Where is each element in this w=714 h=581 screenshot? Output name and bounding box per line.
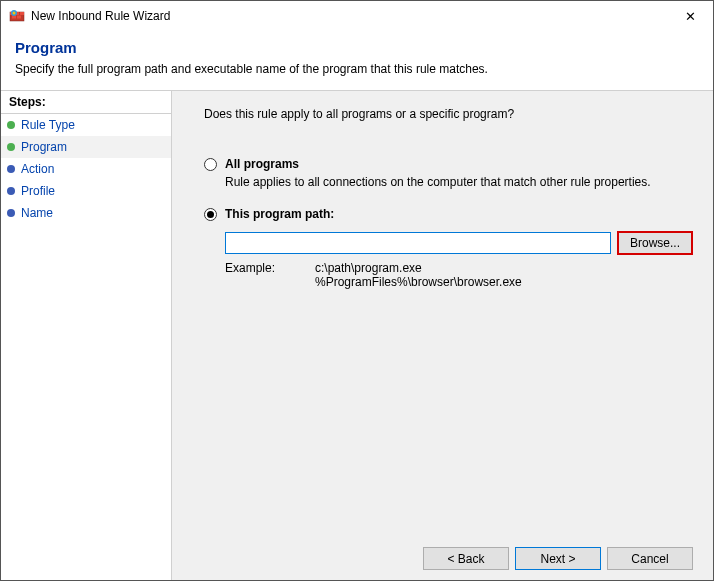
close-icon: ✕ bbox=[685, 9, 696, 24]
titlebar: New Inbound Rule Wizard ✕ bbox=[1, 1, 713, 31]
page-subtitle: Specify the full program path and execut… bbox=[15, 62, 699, 76]
radio-icon bbox=[204, 208, 217, 221]
page-title: Program bbox=[15, 39, 699, 56]
svg-point-8 bbox=[13, 12, 16, 15]
step-label: Action bbox=[21, 162, 54, 176]
wizard-body: Steps: Rule TypeProgramActionProfileName… bbox=[1, 91, 713, 580]
step-action[interactable]: Action bbox=[1, 158, 171, 180]
step-label: Program bbox=[21, 140, 67, 154]
option-all-title: All programs bbox=[225, 157, 299, 171]
cancel-button[interactable]: Cancel bbox=[607, 547, 693, 570]
step-rule-type[interactable]: Rule Type bbox=[1, 114, 171, 136]
step-label: Profile bbox=[21, 184, 55, 198]
browse-button[interactable]: Browse... bbox=[617, 231, 693, 255]
example-row: Example: c:\path\program.exe %ProgramFil… bbox=[225, 261, 693, 289]
svg-rect-4 bbox=[20, 12, 24, 15]
program-path-row: Browse... bbox=[225, 231, 693, 255]
page-header: Program Specify the full program path an… bbox=[1, 31, 713, 90]
window-title: New Inbound Rule Wizard bbox=[31, 9, 668, 23]
radio-icon bbox=[204, 158, 217, 171]
content-question: Does this rule apply to all programs or … bbox=[204, 107, 693, 121]
step-bullet-icon bbox=[7, 209, 15, 217]
example-text: c:\path\program.exe %ProgramFiles%\brows… bbox=[315, 261, 522, 289]
firewall-icon bbox=[9, 8, 25, 24]
program-path-input[interactable] bbox=[225, 232, 611, 254]
wizard-footer: < Back Next > Cancel bbox=[204, 537, 693, 570]
content-panel: Does this rule apply to all programs or … bbox=[171, 91, 713, 580]
back-button[interactable]: < Back bbox=[423, 547, 509, 570]
svg-rect-6 bbox=[17, 16, 21, 19]
option-path-title: This program path: bbox=[225, 207, 334, 221]
steps-sidebar: Steps: Rule TypeProgramActionProfileName bbox=[1, 91, 171, 580]
close-button[interactable]: ✕ bbox=[668, 1, 713, 31]
step-bullet-icon bbox=[7, 121, 15, 129]
step-label: Rule Type bbox=[21, 118, 75, 132]
option-all-programs[interactable]: All programs bbox=[204, 157, 693, 171]
step-program[interactable]: Program bbox=[1, 136, 171, 158]
next-button[interactable]: Next > bbox=[515, 547, 601, 570]
step-profile[interactable]: Profile bbox=[1, 180, 171, 202]
step-bullet-icon bbox=[7, 143, 15, 151]
option-this-program-path[interactable]: This program path: bbox=[204, 207, 693, 221]
step-label: Name bbox=[21, 206, 53, 220]
steps-header: Steps: bbox=[1, 91, 171, 114]
step-name[interactable]: Name bbox=[1, 202, 171, 224]
example-label: Example: bbox=[225, 261, 285, 289]
step-bullet-icon bbox=[7, 187, 15, 195]
option-all-desc: Rule applies to all connections on the c… bbox=[225, 175, 693, 189]
wizard-window: New Inbound Rule Wizard ✕ Program Specif… bbox=[0, 0, 714, 581]
step-bullet-icon bbox=[7, 165, 15, 173]
